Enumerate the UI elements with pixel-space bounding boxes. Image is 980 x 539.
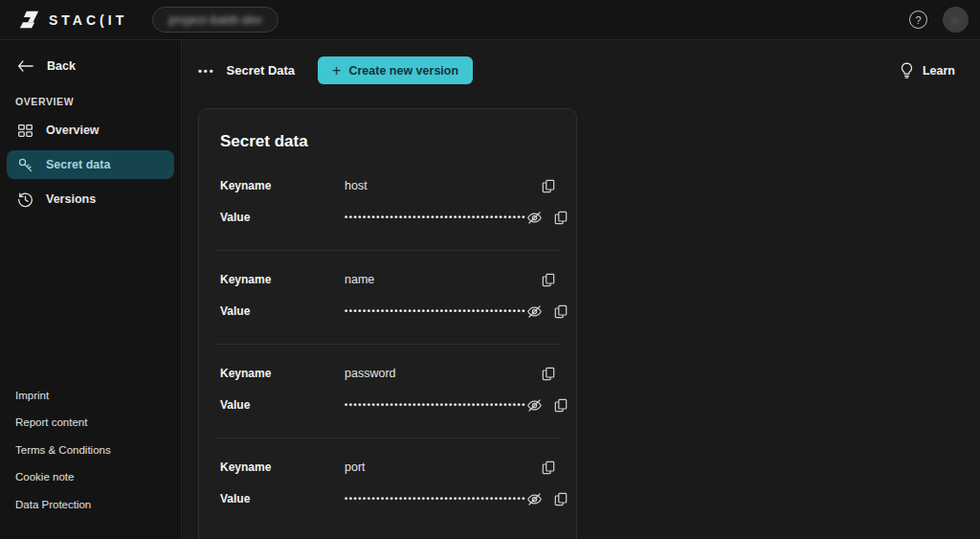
secret-entry: Keyname host Value •••••••••••••••••••••… <box>214 157 561 251</box>
value-row: Value ••••••••••••••••••••••••••••••••••… <box>220 489 555 508</box>
project-name: project-baldt-dev <box>168 13 262 27</box>
value-label: Value <box>220 492 345 505</box>
value-label: Value <box>220 304 345 318</box>
keyname-label: Keyname <box>220 460 345 474</box>
keyname-row: Keyname password <box>220 364 555 383</box>
value-row: Value ••••••••••••••••••••••••••••••••••… <box>220 302 555 321</box>
eye-slash-icon[interactable] <box>526 304 543 319</box>
lightbulb-icon <box>900 62 914 79</box>
brand-wordmark: STAC(IT <box>49 12 127 28</box>
learn-link[interactable]: Learn <box>900 62 955 79</box>
keyname-value: name <box>345 273 374 286</box>
keyname-label: Keyname <box>220 367 345 380</box>
value-label: Value <box>220 211 345 224</box>
sidebar-item-overview[interactable]: Overview <box>7 116 174 145</box>
value-row: Value ••••••••••••••••••••••••••••••••••… <box>220 395 555 415</box>
footer-link-cookie-note[interactable]: Cookie note <box>15 471 181 483</box>
secret-entry: Keyname port Value •••••••••••••••••••••… <box>214 438 561 531</box>
back-button[interactable]: Back <box>0 40 181 82</box>
value-label: Value <box>220 398 345 412</box>
eye-slash-icon[interactable] <box>526 398 543 413</box>
help-icon[interactable]: ? <box>909 11 927 29</box>
keyname-row: Keyname name <box>220 270 555 289</box>
sidebar: Back OVERVIEW Overview Secret data <box>0 40 182 539</box>
masked-secret-value: •••••••••••••••••••••••••••••••••••••••• <box>345 494 526 504</box>
keyname-value: password <box>345 367 396 380</box>
create-new-version-button[interactable]: + Create new version <box>318 56 473 84</box>
masked-secret-value: •••••••••••••••••••••••••••••••••••••••• <box>345 213 526 222</box>
keyname-value: host <box>345 179 368 192</box>
eye-slash-icon[interactable] <box>526 211 543 225</box>
arrow-left-icon <box>17 59 33 73</box>
copy-icon[interactable] <box>554 398 568 413</box>
keyname-label: Keyname <box>220 273 345 286</box>
project-selector[interactable]: project-baldt-dev <box>152 7 278 33</box>
sidebar-item-label: Overview <box>46 124 100 137</box>
keyname-label: Keyname <box>220 179 345 192</box>
keyname-value: port <box>345 460 366 474</box>
footer-link-terms[interactable]: Terms & Conditions <box>15 444 181 456</box>
history-icon <box>17 191 33 208</box>
main-content: ••• Secret Data + Create new version Lea… <box>183 40 980 539</box>
secret-entry: Keyname password Value •••••••••••••••••… <box>214 345 561 438</box>
eye-slash-icon[interactable] <box>526 492 543 506</box>
avatar-initials: -- <box>952 14 960 25</box>
card-title: Secret data <box>220 132 561 151</box>
stackit-logo[interactable]: STAC(IT <box>19 10 127 30</box>
page-header: ••• Secret Data + Create new version Lea… <box>183 40 980 84</box>
plus-icon: + <box>332 62 341 79</box>
copy-icon[interactable] <box>542 367 555 381</box>
stackit-logo-icon <box>19 10 39 30</box>
sidebar-footer: Imprint Report content Terms & Condition… <box>0 390 181 539</box>
back-label: Back <box>47 59 76 73</box>
footer-link-report-content[interactable]: Report content <box>15 416 181 428</box>
copy-icon[interactable] <box>554 304 568 319</box>
copy-icon[interactable] <box>542 460 555 475</box>
key-icon <box>17 157 33 173</box>
value-row: Value ••••••••••••••••••••••••••••••••••… <box>220 208 555 227</box>
masked-secret-value: •••••••••••••••••••••••••••••••••••••••• <box>345 306 526 316</box>
sidebar-section-overview: OVERVIEW <box>0 82 181 113</box>
top-bar: STAC(IT project-baldt-dev ? -- <box>0 0 980 40</box>
page-title: Secret Data <box>227 63 296 78</box>
copy-icon[interactable] <box>542 179 555 193</box>
footer-link-data-protection[interactable]: Data Protection <box>15 499 181 510</box>
sidebar-item-label: Secret data <box>46 158 110 171</box>
copy-icon[interactable] <box>542 273 555 287</box>
secret-data-card: Secret data Keyname host Value ••••••••• <box>198 108 577 539</box>
secret-entry: Keyname name Value •••••••••••••••••••••… <box>214 251 561 345</box>
sidebar-item-secret-data[interactable]: Secret data <box>7 150 174 179</box>
sidebar-item-versions[interactable]: Versions <box>7 185 174 213</box>
learn-label: Learn <box>923 64 955 78</box>
sidebar-item-label: Versions <box>46 192 96 206</box>
grid-icon <box>17 123 33 139</box>
user-avatar[interactable]: -- <box>943 7 969 33</box>
footer-link-imprint[interactable]: Imprint <box>15 390 181 401</box>
keyname-row: Keyname port <box>220 458 555 477</box>
copy-icon[interactable] <box>554 492 568 506</box>
masked-secret-value: •••••••••••••••••••••••••••••••••••••••• <box>345 400 526 410</box>
copy-icon[interactable] <box>554 211 568 225</box>
breadcrumb-ellipsis-icon[interactable]: ••• <box>198 65 215 77</box>
keyname-row: Keyname host <box>220 176 555 195</box>
